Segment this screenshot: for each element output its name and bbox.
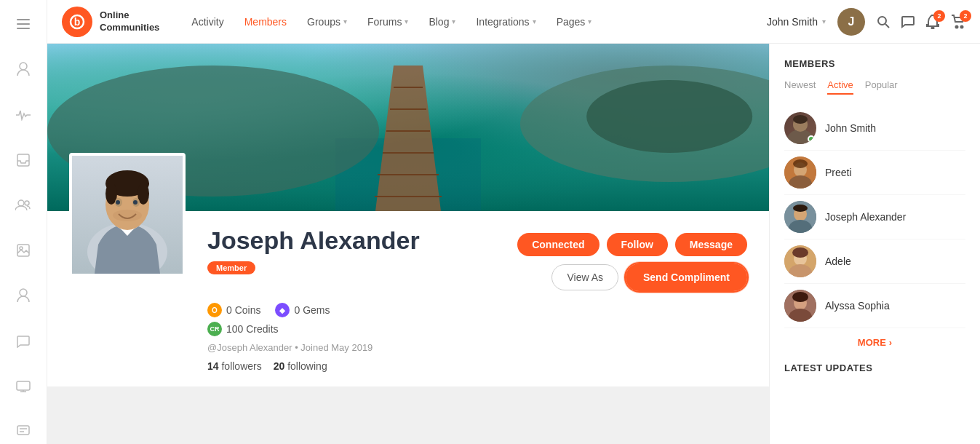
send-compliment-button[interactable]: Send Compliment [626,263,747,291]
svg-rect-0 [17,19,30,20]
svg-rect-13 [17,426,29,435]
member-name-joseph: Joseph Alexander [825,211,906,223]
cart-button[interactable]: 2 [951,15,965,29]
list-item[interactable]: Joseph Alexander [784,195,965,239]
coins-item: O 0 Coins [207,303,260,317]
tab-newest[interactable]: Newest [784,79,816,95]
member-avatar-adele [784,245,816,277]
list-item[interactable]: Adele [784,239,965,284]
svg-point-20 [932,27,934,29]
chat-icon[interactable] [10,328,36,353]
user-profile-icon[interactable] [10,57,36,82]
more-members-link[interactable]: MORE › [784,337,965,348]
svg-point-47 [793,115,808,124]
view-as-button[interactable]: View As [551,264,618,290]
user-menu[interactable]: John Smith ▾ [767,16,826,28]
tab-active[interactable]: Active [827,79,853,95]
nav-item-forums[interactable]: Forums ▾ [357,0,418,44]
profile-meta: O 0 Coins ◆ 0 Gems CR 100 Credits @Jose [69,291,747,372]
connected-button[interactable]: Connected [517,233,599,256]
messages-button[interactable] [901,15,915,28]
nav-item-blog[interactable]: Blog ▾ [418,0,466,44]
integrations-chevron-icon: ▾ [533,17,536,25]
svg-point-55 [793,205,808,212]
menu-icon[interactable] [10,12,36,36]
svg-rect-1 [17,23,30,25]
credits-icon: CR [207,322,222,336]
chat-alt-icon[interactable] [10,419,36,444]
top-navigation: b Online Communities Activity Members Gr… [47,0,980,44]
profile-section: Joseph Alexander Member Connected Follow… [47,211,769,386]
forums-chevron-icon: ▾ [405,17,408,25]
content-row: Joseph Alexander Member Connected Follow… [47,44,980,444]
online-indicator [808,135,815,143]
nav-item-integrations[interactable]: Integrations ▾ [466,0,546,44]
svg-line-19 [885,24,889,28]
activity-icon[interactable] [10,102,36,127]
member-avatar-john [784,112,816,144]
follow-button[interactable]: Follow [607,233,668,256]
svg-rect-4 [17,154,29,166]
member-badge: Member [207,261,255,274]
profile-avatar-image [72,156,183,274]
nav-item-groups[interactable]: Groups ▾ [297,0,357,44]
profile-avatar [69,153,186,277]
primary-action-row: Connected Follow Message [517,233,747,256]
nav-item-activity[interactable]: Activity [181,0,234,44]
message-button[interactable]: Message [675,233,747,256]
profile-name-area: Joseph Alexander Member [207,226,503,274]
profile-handle: @Joseph Alexander • Joined May 2019 [207,342,747,353]
search-button[interactable] [877,15,890,28]
list-item[interactable]: John Smith [784,106,965,151]
member-name-alyssa: Alyssa Sophia [825,300,890,312]
pages-chevron-icon: ▾ [588,17,591,25]
member-name-preeti: Preeti [825,167,852,178]
groups-chevron-icon: ▾ [343,17,347,25]
blog-chevron-icon: ▾ [452,17,455,25]
profile-actions: Connected Follow Message View As Send Co… [517,226,747,291]
list-item[interactable]: Alyssa Sophia [784,284,965,328]
inbox-icon[interactable] [10,148,36,173]
svg-point-59 [792,247,808,258]
followers-count[interactable]: 14 followers [207,360,262,372]
following-count[interactable]: 20 following [274,360,327,372]
svg-point-22 [961,25,963,28]
left-sidebar [0,0,47,444]
profile-name: Joseph Alexander [207,226,503,255]
svg-text:b: b [74,16,81,28]
user-avatar[interactable]: J [837,8,865,36]
svg-point-51 [793,159,808,168]
monitor-icon[interactable] [10,374,36,399]
svg-point-63 [792,292,808,302]
svg-point-21 [956,25,958,28]
media-icon[interactable] [10,238,36,263]
notifications-button[interactable]: 2 [926,15,939,29]
svg-point-3 [20,63,27,70]
nav-item-pages[interactable]: Pages ▾ [546,0,602,44]
svg-point-18 [878,17,886,25]
member-avatar-joseph [784,201,816,233]
member-avatar-preeti [784,156,816,189]
members-section-title: MEMBERS [784,58,965,69]
logo-area[interactable]: b Online Communities [62,7,159,37]
tab-popular[interactable]: Popular [865,79,898,95]
group-icon[interactable] [10,193,36,218]
coins-icon: O [207,303,222,317]
gems-item: ◆ 0 Gems [275,303,330,317]
svg-rect-2 [17,28,30,29]
member-name-adele: Adele [825,255,851,267]
nav-item-members[interactable]: Members [234,0,297,44]
svg-point-41 [116,200,120,205]
profile-alt-icon[interactable] [10,283,36,308]
main-wrapper: b Online Communities Activity Members Gr… [47,0,980,444]
svg-point-33 [586,80,752,153]
center-content: Joseph Alexander Member Connected Follow… [47,44,769,444]
credits-row: CR 100 Credits [207,322,747,336]
gems-icon: ◆ [275,303,290,317]
latest-updates-title: LATEST UPDATES [784,362,965,373]
logo-icon: b [62,7,92,37]
cart-badge: 2 [960,10,971,22]
list-item[interactable]: Preeti [784,151,965,195]
svg-point-6 [25,201,29,205]
more-arrow-icon: › [889,337,892,348]
